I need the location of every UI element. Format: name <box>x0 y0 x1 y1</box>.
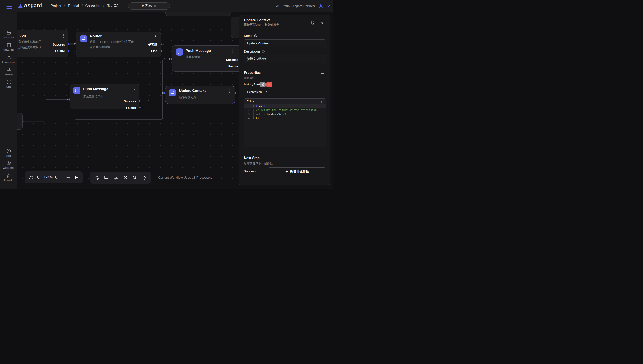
kebab-menu-icon[interactable] <box>132 87 136 92</box>
node-desc-line1: 型並產生結構化的 <box>18 40 42 44</box>
topbar: Asgard Project/ Tutorial/ Collection/ 飯店… <box>0 0 334 12</box>
sidebar-item-environment[interactable]: Environment <box>0 55 18 63</box>
home-add-icon[interactable] <box>92 174 101 182</box>
menu-icon[interactable] <box>6 4 12 8</box>
chevrons-up-down-icon <box>265 91 268 94</box>
workflow-usage-status: Current Workflow Used : 8 Processors <box>158 176 212 179</box>
code-line[interactable]: 2 // return the result of the expression <box>244 108 326 112</box>
node-llm[interactable]: tion 型並產生結構化的 流程的決策或生成 Success Failure <box>18 30 68 57</box>
properties-title: Properties <box>244 71 261 75</box>
code-line[interactable]: 3 return historySize(); <box>244 112 326 116</box>
sidebar-item-settings[interactable]: Settings <box>0 68 18 76</box>
plus-icon <box>285 170 288 173</box>
help-circle-icon <box>6 148 11 154</box>
canvas-toolbar-zoom: 124% <box>25 171 82 183</box>
code-line[interactable]: 1(() => { <box>244 104 326 108</box>
name-input[interactable]: Update Context <box>244 39 326 47</box>
info-icon <box>254 34 257 38</box>
divider <box>239 68 330 68</box>
canvas-toolbar-palette <box>90 172 151 184</box>
output-failure: Failure <box>126 106 136 110</box>
edit-property-button[interactable] <box>260 82 266 88</box>
sidebar-item-upgrade[interactable]: Upgrade <box>0 173 18 181</box>
chat-bubble-icon <box>73 87 80 94</box>
node-desc: 清除對話紀錄 <box>179 96 196 99</box>
node-title: Push Message <box>186 49 211 53</box>
toolbar-divider <box>62 174 63 181</box>
node-update-context[interactable]: Update Context 清除對話紀錄 <box>165 86 235 104</box>
zoom-in-icon[interactable] <box>53 173 61 182</box>
node-desc-line2: 流程執行的路徑 <box>90 45 110 49</box>
kebab-menu-icon[interactable] <box>231 49 235 54</box>
output-success: Success <box>226 58 238 62</box>
sidebar-item-workspace[interactable]: Workspace <box>0 160 18 169</box>
wire-success-to-router <box>70 43 75 52</box>
node-desc-line1: 依據If、Else If、Else條件決定工作 <box>90 40 134 44</box>
minus-icon <box>268 83 271 86</box>
kebab-menu-icon[interactable] <box>62 34 66 38</box>
pan-hand-icon[interactable] <box>27 173 35 182</box>
save-icon[interactable] <box>310 20 316 26</box>
zoom-out-icon[interactable] <box>35 173 44 182</box>
breadcrumb-tutorial[interactable]: Tutorial <box>68 4 79 8</box>
router-arrows-icon[interactable] <box>112 174 120 182</box>
node-title: Router <box>90 34 102 38</box>
user-icon[interactable] <box>318 3 324 9</box>
expression-editor[interactable]: Editor 1(() => {2 // return the result o… <box>244 98 326 147</box>
book-icon <box>6 43 11 48</box>
breadcrumb-current[interactable]: 飯店QA <box>107 4 118 8</box>
description-input[interactable]: 清除對話紀錄 <box>244 55 326 63</box>
remove-property-button[interactable] <box>266 82 272 88</box>
sidebar-item-knowledge[interactable]: Knowledge <box>0 43 18 51</box>
node-partial-top[interactable] <box>166 12 231 16</box>
node-title: Push Message <box>83 87 108 91</box>
chevron-down-icon[interactable] <box>326 5 330 7</box>
divider <box>239 32 330 32</box>
output-success: Success <box>53 43 65 46</box>
sidebar: Workflows Knowledge Environment Settings… <box>0 12 18 189</box>
close-icon[interactable] <box>319 20 324 26</box>
output-else: Else <box>151 49 157 53</box>
zoom-level: 124% <box>43 176 53 179</box>
code-area[interactable]: 1(() => {2 // return the result of the e… <box>244 104 326 147</box>
wire-router-out1 <box>161 44 169 59</box>
node-push-message-bottom[interactable]: Push Message 表示流量控管中 Success Failure <box>70 84 140 109</box>
node-desc-line2: 流程的決策或生成 <box>18 46 42 49</box>
property-type-select[interactable]: Expression <box>244 88 270 96</box>
breadcrumb: Project/ Tutorial/ Collection/ 飯店QA <box>50 4 118 8</box>
add-target-node-button[interactable]: 新增目標節點 <box>268 167 326 176</box>
folder-icon <box>6 30 11 35</box>
node-title: tion <box>19 34 26 38</box>
align-diamond-icon[interactable] <box>140 174 149 182</box>
run-workflow-icon[interactable] <box>72 173 80 182</box>
sidebar-item-apps[interactable]: Apps <box>0 80 18 88</box>
refresh-pin-icon[interactable] <box>121 174 130 182</box>
kebab-menu-icon[interactable] <box>154 34 158 39</box>
search-icon[interactable] <box>130 174 139 182</box>
add-property-icon[interactable] <box>320 71 325 76</box>
node-router[interactable]: Router 依據If、Else If、Else條件決定工作 流程執行的路徑 是… <box>76 32 161 57</box>
expand-icon[interactable] <box>320 100 324 103</box>
node-desc: 表示流量控管中 <box>83 95 103 99</box>
breadcrumb-project[interactable]: Project <box>50 4 61 8</box>
output-failure: Failure <box>228 65 238 68</box>
add-node-icon[interactable] <box>64 173 72 182</box>
update-context-icon <box>169 89 176 96</box>
upload-icon <box>6 55 11 60</box>
node-push-message-top[interactable]: Push Message 非客服情境 Success Failure <box>172 45 244 72</box>
code-line[interactable]: 4})() <box>244 116 326 120</box>
chevrons-up-down-icon <box>154 4 156 8</box>
grid-icon <box>6 80 11 84</box>
logo-text: Asgard <box>24 2 42 8</box>
workflow-select[interactable]: 飯店QA <box>128 2 170 10</box>
next-output-label: Success <box>244 170 256 173</box>
node-title: Update Context <box>179 89 206 93</box>
chat-bubble-icon[interactable] <box>102 174 110 182</box>
property-key: historyStart <box>244 82 260 86</box>
node-partial-left[interactable] <box>18 113 22 130</box>
sidebar-item-help[interactable]: Help <box>0 148 18 157</box>
kebab-menu-icon[interactable] <box>228 89 232 94</box>
output-is-cs: 是客服 <box>148 43 157 46</box>
sidebar-item-workflows[interactable]: Workflows <box>0 30 18 39</box>
breadcrumb-collection[interactable]: Collection <box>85 4 100 8</box>
